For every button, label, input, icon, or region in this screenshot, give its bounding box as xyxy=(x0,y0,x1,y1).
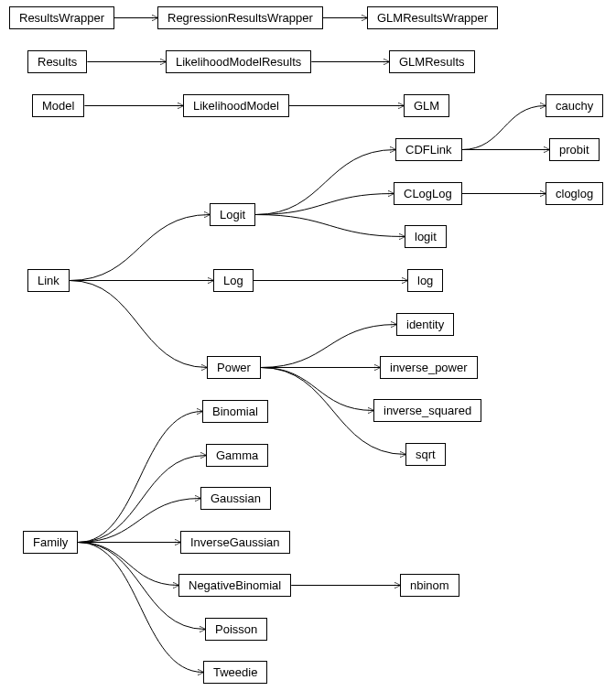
node-sqrt: sqrt xyxy=(405,443,446,466)
diagram-canvas: ResultsWrapper RegressionResultsWrapper … xyxy=(0,0,616,691)
node-link: Link xyxy=(27,269,70,292)
node-results: Results xyxy=(27,50,87,73)
node-model: Model xyxy=(32,94,84,117)
node-cdflink: CDFLink xyxy=(395,138,462,161)
node-identity: identity xyxy=(396,313,454,336)
node-likelihoodmodelresults: LikelihoodModelResults xyxy=(166,50,311,73)
node-family: Family xyxy=(23,531,78,554)
node-poisson: Poisson xyxy=(205,618,267,641)
node-inverse-squared: inverse_squared xyxy=(373,399,481,422)
node-glmresultswrapper: GLMResultsWrapper xyxy=(367,6,498,29)
node-log-lc: log xyxy=(407,269,443,292)
edges-layer xyxy=(0,0,616,691)
node-inversegaussian: InverseGaussian xyxy=(180,531,290,554)
node-cloglog-lc: cloglog xyxy=(546,182,603,205)
node-power: Power xyxy=(207,356,261,379)
node-logit-lc: logit xyxy=(405,225,447,248)
node-glm: GLM xyxy=(404,94,449,117)
node-likelihoodmodel: LikelihoodModel xyxy=(183,94,289,117)
node-negativebinomial: NegativeBinomial xyxy=(178,574,291,597)
node-log: Log xyxy=(213,269,254,292)
node-glmresults: GLMResults xyxy=(389,50,475,73)
node-probit: probit xyxy=(549,138,600,161)
node-resultswrapper: ResultsWrapper xyxy=(9,6,114,29)
node-inverse-power: inverse_power xyxy=(380,356,478,379)
node-cauchy: cauchy xyxy=(546,94,603,117)
node-nbinom: nbinom xyxy=(400,574,459,597)
node-logit: Logit xyxy=(210,203,255,226)
node-cloglog-class: CLogLog xyxy=(394,182,462,205)
node-tweedie: Tweedie xyxy=(203,661,267,684)
node-binomial: Binomial xyxy=(202,400,268,423)
node-gaussian: Gaussian xyxy=(200,487,271,510)
node-gamma: Gamma xyxy=(206,444,268,467)
node-regressionresultswrapper: RegressionResultsWrapper xyxy=(157,6,323,29)
